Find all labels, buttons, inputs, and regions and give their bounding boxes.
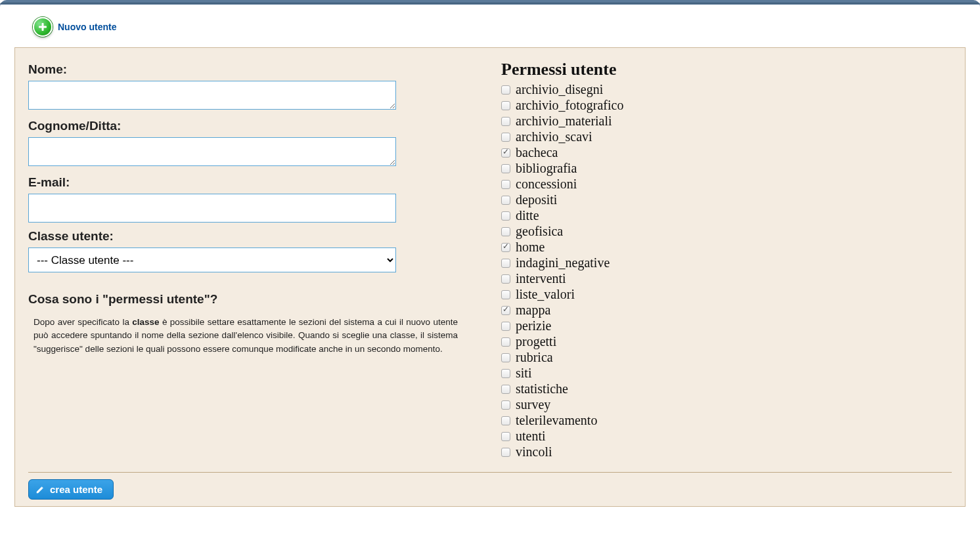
permission-checkbox-home[interactable] xyxy=(501,243,510,252)
permission-checkbox-interventi[interactable] xyxy=(501,274,510,284)
app-window: Nuovo utente Nome: Cognome/Ditta: E-mail… xyxy=(0,0,980,558)
permission-label: ditte xyxy=(516,208,539,223)
permission-label: bacheca xyxy=(516,145,558,160)
permission-label: perizie xyxy=(516,318,551,333)
permission-row: home xyxy=(501,240,952,255)
plus-circle-icon xyxy=(33,17,53,37)
permission-label: archivio_fotografico xyxy=(516,98,623,113)
permission-checkbox-archivio_materiali[interactable] xyxy=(501,117,510,126)
permission-row: bibliografia xyxy=(501,161,952,176)
create-user-button[interactable]: crea utente xyxy=(28,479,114,500)
permission-checkbox-survey[interactable] xyxy=(501,400,510,410)
permission-row: indagini_negative xyxy=(501,255,952,270)
permission-row: archivio_disegni xyxy=(501,82,952,97)
permission-checkbox-geofisica[interactable] xyxy=(501,227,510,236)
permission-row: geofisica xyxy=(501,224,952,239)
form-left-column: Nome: Cognome/Ditta: E-mail: Classe uten… xyxy=(28,60,475,497)
permission-row: archivio_scavi xyxy=(501,129,952,144)
permission-checkbox-archivio_scavi[interactable] xyxy=(501,133,510,142)
permission-row: telerilevamento xyxy=(501,413,952,428)
permission-label: archivio_disegni xyxy=(516,82,603,97)
permission-row: rubrica xyxy=(501,350,952,365)
help-heading: Cosa sono i "permessi utente"? xyxy=(28,292,475,307)
permission-label: survey xyxy=(516,397,550,412)
name-label: Nome: xyxy=(28,62,475,77)
permission-checkbox-indagini_negative[interactable] xyxy=(501,259,510,268)
help-body: Dopo aver specificato la classe è possib… xyxy=(28,316,462,356)
permission-label: vincoli xyxy=(516,444,552,460)
permission-row: archivio_materiali xyxy=(501,114,952,129)
permission-label: geofisica xyxy=(516,224,563,239)
surname-label: Cognome/Ditta: xyxy=(28,119,475,133)
permission-label: mappa xyxy=(516,303,550,318)
permission-label: archivio_materiali xyxy=(516,114,612,129)
name-input[interactable] xyxy=(28,81,396,110)
permission-label: statistiche xyxy=(516,381,568,397)
pencil-icon xyxy=(35,485,45,494)
actions-bar: crea utente xyxy=(28,472,952,500)
permission-checkbox-depositi[interactable] xyxy=(501,196,510,205)
permission-row: liste_valori xyxy=(501,287,952,302)
permission-label: bibliografia xyxy=(516,161,577,176)
permission-row: depositi xyxy=(501,192,952,207)
permission-checkbox-progetti[interactable] xyxy=(501,337,510,347)
permission-row: ditte xyxy=(501,208,952,223)
email-label: E-mail: xyxy=(28,175,475,190)
permission-checkbox-rubrica[interactable] xyxy=(501,353,510,362)
permission-label: depositi xyxy=(516,192,557,207)
permission-label: concessioni xyxy=(516,177,577,192)
permission-label: telerilevamento xyxy=(516,413,597,428)
permission-row: progetti xyxy=(501,334,952,349)
permission-label: siti xyxy=(516,366,531,381)
permission-row: archivio_fotografico xyxy=(501,98,952,113)
permissions-list: archivio_disegniarchivio_fotograficoarch… xyxy=(501,82,952,460)
svg-rect-1 xyxy=(39,26,47,28)
permission-checkbox-archivio_disegni[interactable] xyxy=(501,85,510,95)
permission-row: siti xyxy=(501,366,952,381)
permission-label: utenti xyxy=(516,429,546,444)
permission-checkbox-vincoli[interactable] xyxy=(501,448,510,457)
permissions-column: Permessi utente archivio_disegniarchivio… xyxy=(501,60,952,497)
page-title: Nuovo utente xyxy=(58,22,116,32)
permission-row: interventi xyxy=(501,271,952,286)
permission-checkbox-bibliografia[interactable] xyxy=(501,164,510,173)
permission-checkbox-ditte[interactable] xyxy=(501,211,510,221)
permission-label: progetti xyxy=(516,334,556,349)
permission-checkbox-concessioni[interactable] xyxy=(501,180,510,189)
permission-row: vincoli xyxy=(501,444,952,460)
permission-checkbox-mappa[interactable] xyxy=(501,306,510,315)
form-panel: Nome: Cognome/Ditta: E-mail: Classe uten… xyxy=(14,47,966,507)
help-body-bold: classe xyxy=(132,317,159,327)
permission-row: statistiche xyxy=(501,381,952,397)
permission-label: archivio_scavi xyxy=(516,129,592,144)
create-user-button-label: crea utente xyxy=(50,484,102,495)
permission-checkbox-siti[interactable] xyxy=(501,369,510,378)
permission-checkbox-telerilevamento[interactable] xyxy=(501,416,510,425)
permission-checkbox-archivio_fotografico[interactable] xyxy=(501,101,510,110)
permission-row: bacheca xyxy=(501,145,952,160)
permission-row: perizie xyxy=(501,318,952,333)
permission-row: survey xyxy=(501,397,952,412)
permission-label: rubrica xyxy=(516,350,553,365)
class-label: Classe utente: xyxy=(28,229,475,244)
permission-checkbox-perizie[interactable] xyxy=(501,322,510,331)
permission-label: indagini_negative xyxy=(516,255,610,270)
permission-checkbox-liste_valori[interactable] xyxy=(501,290,510,299)
permission-checkbox-utenti[interactable] xyxy=(501,432,510,441)
permission-label: home xyxy=(516,240,545,255)
permission-row: utenti xyxy=(501,429,952,444)
help-body-prefix: Dopo aver specificato la xyxy=(33,317,132,327)
email-input[interactable] xyxy=(28,194,396,223)
permission-row: concessioni xyxy=(501,177,952,192)
page-header: Nuovo utente xyxy=(0,3,980,47)
permission-checkbox-statistiche[interactable] xyxy=(501,385,510,394)
permission-label: interventi xyxy=(516,271,566,286)
permission-row: mappa xyxy=(501,303,952,318)
permission-label: liste_valori xyxy=(516,287,575,302)
user-class-select[interactable]: --- Classe utente --- xyxy=(28,247,396,272)
surname-input[interactable] xyxy=(28,137,396,166)
permission-checkbox-bacheca[interactable] xyxy=(501,148,510,158)
permissions-heading: Permessi utente xyxy=(501,60,952,79)
